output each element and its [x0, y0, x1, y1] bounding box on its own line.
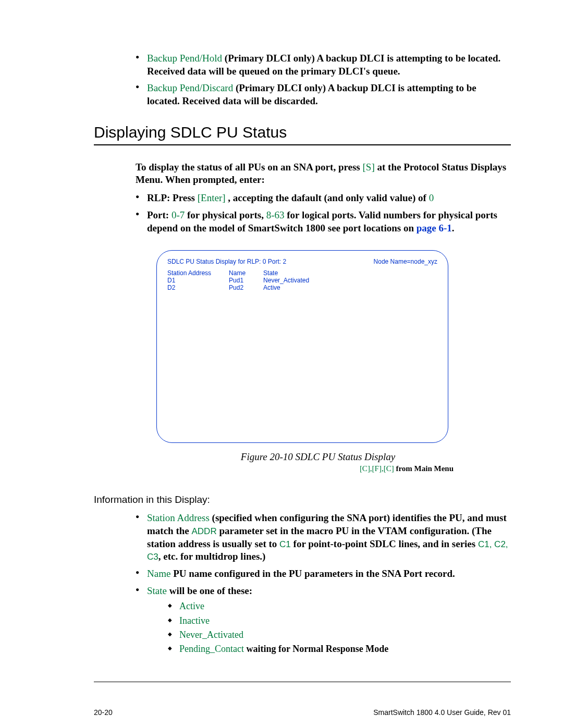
figure-title-line: SDLC PU Status Display for RLP: 0 Port: …: [167, 258, 286, 265]
section-title: Displaying SDLC PU Status: [94, 124, 511, 141]
rlp-a: RLP: Press: [147, 192, 198, 203]
port-a: Port:: [147, 209, 172, 220]
page-footer: 20-20 SmartSwitch 1800 4.0 User Guide, R…: [94, 708, 511, 717]
top-bullet-list: Backup Pend/Hold (Primary DLCI only) A b…: [136, 52, 511, 108]
cell: Pud2: [229, 284, 246, 291]
key-s: [S]: [363, 162, 375, 172]
figure-node-name: Node Name=node_xyz: [374, 258, 437, 265]
doc-title: SmartSwitch 1800 4.0 User Guide, Rev 01: [373, 708, 511, 717]
term-station-address: Station Address: [147, 512, 210, 523]
figure-caption: Figure 20-10 SDLC PU Status Display: [125, 451, 511, 463]
rlp-b: , accepting the dafault (and only valid …: [226, 192, 429, 203]
list-item: Inactive: [168, 615, 511, 627]
state-never-activated: Never_Activated: [179, 630, 243, 640]
state-inactive: Inactive: [179, 615, 210, 626]
list-item: RLP: Press [Enter] , accepting the dafau…: [136, 192, 511, 205]
footer-rule: [94, 682, 511, 682]
col-header: State: [263, 269, 309, 277]
rlp-c: 0: [429, 192, 434, 203]
list-item: Backup Pend/Discard (Primary DLCI only) …: [136, 82, 511, 107]
info-heading: Information in this Display:: [94, 494, 511, 505]
term-backup-hold: Backup Pend/Hold: [147, 53, 222, 64]
key-enter: [Enter]: [198, 192, 226, 203]
state-pending-desc: waiting for Normal Response Mode: [247, 644, 389, 654]
list-item: Never_Activated: [168, 629, 511, 641]
info-bullet-list: Station Address (specified when configur…: [136, 512, 511, 656]
list-item: Port: 0-7 for physical ports, 8-63 for l…: [136, 209, 511, 235]
input-bullet-list: RLP: Press [Enter] , accepting the dafau…: [136, 192, 511, 235]
list-item: Active: [168, 600, 511, 612]
addr-param: ADDR: [191, 526, 216, 536]
cell: Active: [263, 284, 309, 291]
intro-text-a: To display the status of all PUs on an S…: [136, 162, 363, 172]
col-header: Name: [229, 269, 246, 277]
list-item: State will be one of these: Active Inact…: [136, 585, 511, 656]
port-b: for physical ports,: [185, 209, 266, 220]
term-backup-discard: Backup Pend/Discard: [147, 82, 233, 93]
menu-path: [C],[F],[C]: [360, 464, 394, 473]
term-name: Name: [147, 568, 170, 579]
cell: D1: [167, 277, 211, 284]
list-item: Pending_Contact waiting for Normal Respo…: [168, 643, 511, 655]
cell: Pud1: [229, 277, 246, 284]
state-pending-contact: Pending_Contact: [179, 644, 244, 654]
col-header: Station Address: [167, 269, 211, 277]
list-item: Name PU name configured in the PU parame…: [136, 567, 511, 581]
figure-terminal-box: SDLC PU Status Display for RLP: 0 Port: …: [156, 250, 448, 443]
list-item: Backup Pend/Hold (Primary DLCI only) A b…: [136, 52, 511, 78]
sa-d: , etc. for multidrop lines.): [158, 551, 266, 562]
figure-table: Station Address D1 D2 Name Pud1 Pud2 Sta…: [167, 269, 437, 291]
port-r2: 8-63: [266, 209, 285, 220]
port-r1: 0-7: [172, 209, 185, 220]
sa-c: for point-to-point SDLC lines, and in se…: [291, 538, 478, 549]
state-sublist: Active Inactive Never_Activated Pending_…: [168, 600, 511, 656]
sa-c1: C1: [279, 539, 291, 549]
page-number: 20-20: [94, 708, 113, 717]
cell: D2: [167, 284, 211, 291]
figure-subcaption: [C],[F],[C] from Main Menu: [94, 464, 454, 473]
state-active: Active: [179, 601, 204, 611]
port-d: .: [452, 223, 455, 233]
name-desc: PU name configured in the PU parameters …: [173, 568, 455, 579]
state-desc: will be one of these:: [169, 585, 252, 596]
menu-path-rest: from Main Menu: [394, 464, 454, 473]
list-item: Station Address (specified when configur…: [136, 512, 511, 563]
page-link[interactable]: page 6-1: [417, 223, 452, 233]
cell: Never_Activated: [263, 277, 309, 284]
section-rule: [94, 144, 511, 145]
term-state: State: [147, 585, 167, 596]
intro-paragraph: To display the status of all PUs on an S…: [136, 161, 511, 187]
